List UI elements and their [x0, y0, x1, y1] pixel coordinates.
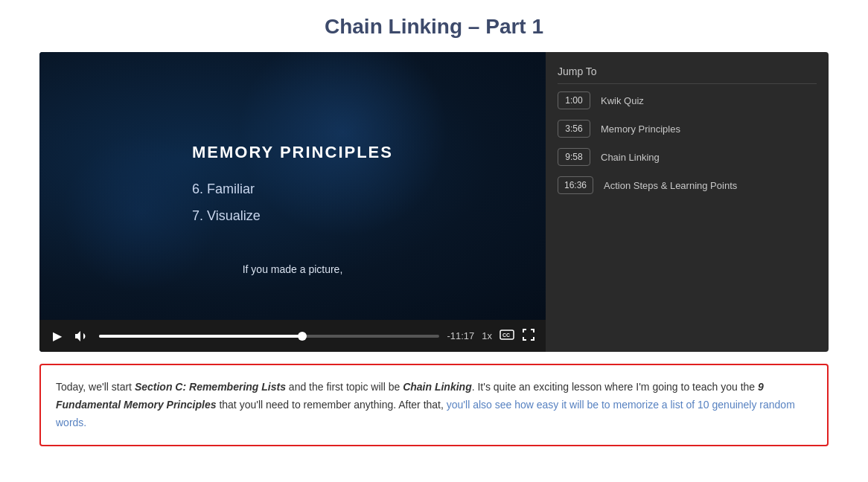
jump-time-btn-2[interactable]: 3:56: [558, 120, 590, 138]
jump-time-btn-4[interactable]: 16:36: [558, 176, 593, 194]
jump-label-3: Chain Linking: [601, 152, 660, 163]
svg-text:CC: CC: [502, 332, 510, 338]
main-content: MEMORY PRINCIPLES 6. Familiar 7. Visuali…: [39, 52, 829, 352]
jump-to-panel: Jump To 1:00 Kwik Quiz 3:56 Memory Princ…: [546, 52, 829, 352]
description-box: Today, we'll start Section C: Rememberin…: [39, 364, 829, 446]
cc-button[interactable]: CC: [500, 330, 514, 343]
jump-time-btn-3[interactable]: 9:58: [558, 148, 590, 166]
volume-button[interactable]: [72, 330, 92, 343]
progress-bar-thumb: [298, 332, 307, 341]
jump-item-2[interactable]: 3:56 Memory Principles: [558, 120, 817, 138]
progress-bar[interactable]: [99, 335, 439, 338]
jump-label-1: Kwik Quiz: [601, 95, 644, 106]
video-controls: ▶ -11:17 1x CC: [39, 320, 546, 352]
speed-button[interactable]: 1x: [482, 330, 492, 341]
video-heading: MEMORY PRINCIPLES: [192, 143, 393, 162]
video-list: 6. Familiar 7. Visualize: [192, 176, 393, 229]
video-text-content: MEMORY PRINCIPLES 6. Familiar 7. Visuali…: [192, 143, 393, 229]
time-display: -11:17: [447, 330, 474, 341]
jump-item-1[interactable]: 1:00 Kwik Quiz: [558, 91, 817, 109]
play-button[interactable]: ▶: [50, 327, 65, 344]
jump-to-title: Jump To: [558, 65, 817, 84]
video-subtitle: If you made a picture,: [39, 263, 546, 275]
fullscreen-button[interactable]: [522, 328, 535, 344]
jump-time-btn-1[interactable]: 1:00: [558, 91, 590, 109]
desc-text: Today, we'll start Section C: Rememberin…: [56, 381, 795, 428]
jump-label-4: Action Steps & Learning Points: [604, 180, 737, 191]
page-title: Chain Linking – Part 1: [325, 15, 543, 39]
progress-bar-fill: [99, 335, 303, 338]
list-item: 6. Familiar: [192, 176, 393, 202]
list-item: 7. Visualize: [192, 202, 393, 229]
jump-item-3[interactable]: 9:58 Chain Linking: [558, 148, 817, 166]
jump-item-4[interactable]: 16:36 Action Steps & Learning Points: [558, 176, 817, 194]
jump-label-2: Memory Principles: [601, 123, 680, 135]
video-display: MEMORY PRINCIPLES 6. Familiar 7. Visuali…: [39, 52, 546, 320]
video-section: MEMORY PRINCIPLES 6. Familiar 7. Visuali…: [39, 52, 546, 352]
